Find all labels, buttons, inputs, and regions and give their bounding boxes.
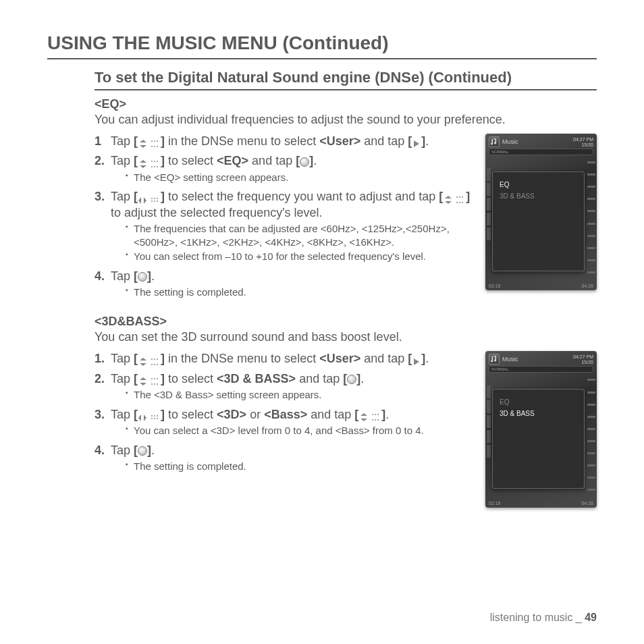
device-option-eq: EQ	[498, 396, 579, 408]
device-track-count: 15/20	[581, 142, 593, 147]
bass-step-2: 2. Tap [] to select <3D & BASS> and tap …	[95, 371, 473, 403]
eq-step-4-note: The setting is completed.	[126, 286, 473, 299]
bass-step-1: 1. Tap [] in the DNSe menu to select <Us…	[95, 351, 473, 367]
select-button-icon	[138, 446, 147, 456]
music-note-icon	[489, 136, 500, 147]
device-mode-bar: NORMAL	[489, 366, 593, 373]
page-footer: listening to music _ 49	[490, 612, 597, 624]
eq-intro: You can adjust individual frequencies to…	[95, 113, 597, 127]
select-button-icon	[347, 375, 356, 384]
up-down-icon	[138, 375, 161, 384]
page-subtitle: To set the Digital Natural Sound engine …	[95, 69, 597, 90]
device-time: 04:27 PM	[573, 137, 593, 142]
right-arrow-icon	[412, 355, 421, 365]
eq-step-3-note-2: You can select from –10 to +10 for the s…	[126, 250, 473, 263]
page-title: USING THE MUSIC MENU (Continued)	[47, 32, 597, 59]
select-button-icon	[300, 157, 309, 167]
device-option-3dbass: 3D & BASS	[498, 408, 579, 419]
device-screenshot-eq: Music 04:27 PM 15/20 NORMAL EQ 3D & BASS…	[485, 134, 597, 290]
bass-step-4-note: The setting is completed.	[126, 460, 473, 473]
left-right-icon	[138, 193, 161, 203]
bass-intro: You can set the 3D surround sound and ba…	[95, 330, 597, 344]
device-option-3dbass: 3D & BASS	[498, 190, 579, 202]
up-down-icon	[138, 157, 161, 167]
device-option-eq: EQ	[498, 179, 579, 190]
eq-step-2-note: The <EQ> setting screen appears.	[126, 171, 473, 184]
eq-heading: <EQ>	[95, 97, 597, 111]
device-time-total: 04:28	[581, 284, 593, 288]
bass-step-2-note: The <3D & Bass> setting screen appears.	[126, 388, 473, 402]
up-down-icon	[138, 137, 161, 146]
device-time-elapsed: 02:18	[489, 501, 501, 506]
eq-step-4: 4. Tap []. The setting is completed.	[95, 269, 473, 300]
device-menu-dialog: EQ 3D & BASS	[492, 389, 585, 489]
device-time-total: 04:28	[581, 501, 593, 506]
up-down-icon	[138, 355, 161, 365]
up-down-icon	[358, 410, 381, 420]
device-screenshot-bass: Music 04:27 PM 15/20 NORMAL EQ 3D & BASS…	[485, 351, 597, 508]
device-menu-dialog: EQ 3D & BASS	[492, 171, 585, 271]
select-button-icon	[138, 272, 147, 281]
device-title: Music	[502, 356, 518, 363]
left-right-icon	[138, 410, 161, 420]
device-track-count: 15/20	[581, 360, 593, 365]
device-title: Music	[502, 138, 518, 145]
music-note-icon	[489, 354, 500, 365]
eq-step-2: 2. Tap [] to select <EQ> and tap []. The…	[95, 153, 473, 185]
eq-step-1: 1 Tap [] in the DNSe menu to select <Use…	[95, 134, 473, 149]
device-time-elapsed: 02:18	[489, 284, 501, 288]
bass-step-3: 3. Tap [] to select <3D> or <Bass> and t…	[95, 407, 473, 439]
up-down-icon	[443, 193, 466, 203]
bass-step-3-note: You can select a <3D> level from 0 to 4,…	[126, 424, 473, 437]
device-time: 04:27 PM	[573, 354, 593, 359]
bass-heading: <3D&BASS>	[95, 315, 597, 329]
device-mode-bar: NORMAL	[489, 149, 593, 155]
eq-step-3-note-1: The frequencies that can be adjusted are…	[126, 222, 473, 248]
right-arrow-icon	[412, 137, 421, 146]
bass-step-4: 4. Tap []. The setting is completed.	[95, 443, 473, 475]
eq-step-3: 3. Tap [] to select the frequency you wa…	[95, 189, 473, 264]
